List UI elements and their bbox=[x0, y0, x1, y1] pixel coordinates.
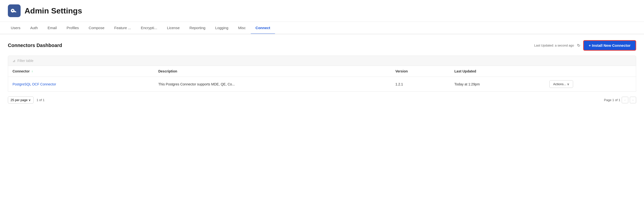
main-content: Connectors Dashboard Last Updated: a sec… bbox=[0, 34, 644, 109]
nav-item-connect[interactable]: Connect bbox=[251, 22, 275, 34]
dashboard-actions: Last Updated: a second ago ↻ + Install N… bbox=[534, 40, 636, 51]
dashboard-title: Connectors Dashboard bbox=[8, 43, 62, 48]
key-icon bbox=[10, 7, 18, 14]
page-header: Admin Settings bbox=[0, 0, 644, 22]
prev-page-button[interactable]: ‹ bbox=[622, 97, 628, 103]
col-connector: Connector ↑ bbox=[8, 66, 154, 77]
actions-button[interactable]: Actions... ∨ bbox=[549, 80, 573, 88]
page-count-info: 1 of 1 bbox=[36, 98, 45, 102]
col-description: Description bbox=[154, 66, 391, 77]
table-row: PostgreSQL OCF Connector This Postgres C… bbox=[8, 77, 636, 92]
connector-description-cell: This Postgres Connector supports MDE, QE… bbox=[154, 77, 391, 92]
pagination-right: Page 1 of 1 ‹ › bbox=[604, 97, 636, 103]
last-updated-text: Last Updated: a second ago bbox=[534, 44, 574, 47]
pagination-bar: 25 per page ∨ 1 of 1 Page 1 of 1 ‹ › bbox=[8, 97, 636, 104]
filter-icon: ⊿ bbox=[12, 59, 16, 63]
connector-actions-cell: Actions... ∨ bbox=[545, 77, 636, 92]
table-header-row: Connector ↑ Description Version Last Upd… bbox=[8, 66, 636, 77]
main-nav: Users Auth Email Profiles Compose Featur… bbox=[0, 22, 644, 34]
sort-arrow-connector: ↑ bbox=[31, 70, 33, 73]
connectors-table: Connector ↑ Description Version Last Upd… bbox=[8, 66, 636, 92]
nav-item-auth[interactable]: Auth bbox=[25, 22, 43, 34]
next-page-button[interactable]: › bbox=[630, 97, 636, 103]
connector-version-cell: 1.2.1 bbox=[391, 77, 450, 92]
nav-item-feature[interactable]: Feature ... bbox=[110, 22, 136, 34]
connector-link[interactable]: PostgreSQL OCF Connector bbox=[12, 82, 56, 86]
pagination-left: 25 per page ∨ 1 of 1 bbox=[8, 97, 45, 104]
install-new-connector-button[interactable]: + Install New Connector bbox=[583, 40, 636, 51]
app-icon bbox=[8, 4, 20, 17]
page-label: Page 1 of 1 bbox=[604, 98, 620, 102]
page-title: Admin Settings bbox=[24, 6, 82, 15]
filter-placeholder[interactable]: Filter table bbox=[18, 59, 33, 63]
nav-item-compose[interactable]: Compose bbox=[84, 22, 110, 34]
filter-bar: ⊿ Filter table bbox=[8, 56, 636, 66]
connector-name-cell: PostgreSQL OCF Connector bbox=[8, 77, 154, 92]
nav-item-misc[interactable]: Misc bbox=[233, 22, 251, 34]
refresh-icon[interactable]: ↻ bbox=[577, 43, 580, 48]
nav-item-logging[interactable]: Logging bbox=[210, 22, 233, 34]
nav-item-users[interactable]: Users bbox=[6, 22, 25, 34]
nav-item-encryption[interactable]: Encrypti... bbox=[136, 22, 162, 34]
dashboard-header: Connectors Dashboard Last Updated: a sec… bbox=[8, 40, 636, 51]
nav-item-profiles[interactable]: Profiles bbox=[62, 22, 84, 34]
per-page-select[interactable]: 25 per page ∨ bbox=[8, 97, 34, 104]
col-last-updated: Last Updated bbox=[450, 66, 545, 77]
connector-last-updated-cell: Today at 1:29pm bbox=[450, 77, 545, 92]
nav-item-reporting[interactable]: Reporting bbox=[185, 22, 210, 34]
col-version: Version bbox=[391, 66, 450, 77]
nav-item-license[interactable]: License bbox=[162, 22, 185, 34]
col-actions-header bbox=[545, 66, 636, 77]
nav-item-email[interactable]: Email bbox=[43, 22, 62, 34]
